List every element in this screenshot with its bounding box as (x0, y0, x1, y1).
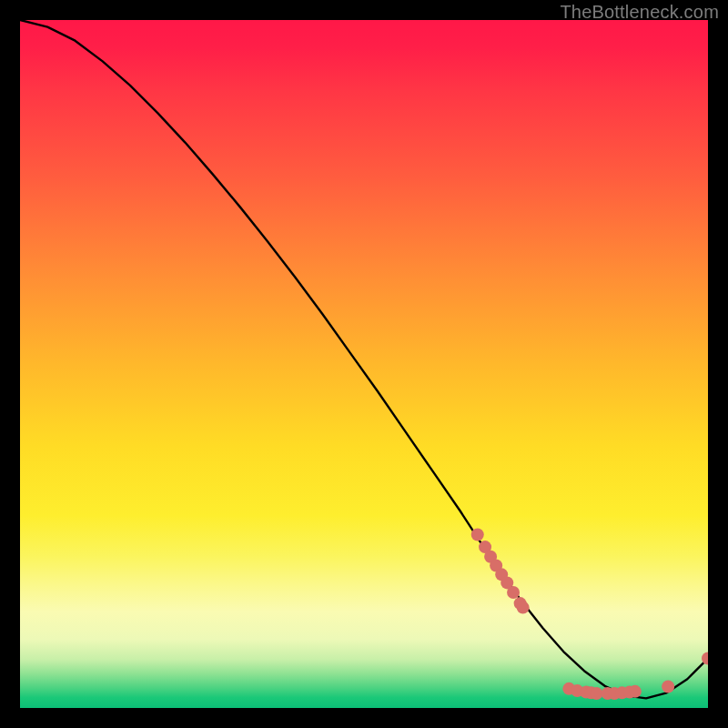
chart-overlay (20, 20, 708, 708)
bottleneck-curve (20, 20, 708, 698)
data-dot (591, 687, 603, 700)
chart-frame: TheBottleneck.com (0, 0, 728, 728)
watermark-text: TheBottleneck.com (560, 2, 719, 23)
data-dot (471, 528, 484, 541)
data-dot (662, 681, 674, 693)
plot-area (20, 20, 708, 708)
data-dot (629, 685, 642, 698)
data-dot (507, 586, 520, 599)
data-dot (517, 602, 530, 614)
